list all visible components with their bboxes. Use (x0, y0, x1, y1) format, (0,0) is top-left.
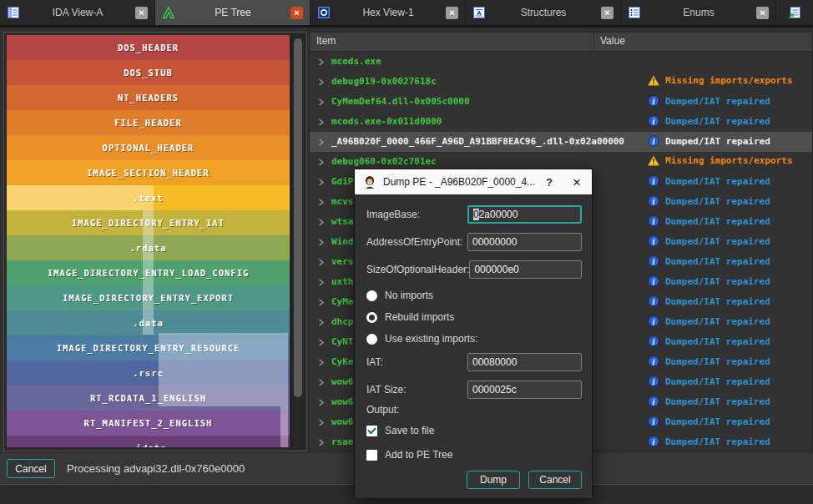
value-text: Dumped/IAT repaired (665, 96, 770, 107)
column-header-item[interactable]: Item (316, 35, 336, 47)
pe-map-band--rsrc[interactable]: .rsrc (7, 360, 290, 386)
cancel-button[interactable]: Cancel (528, 471, 582, 489)
tab-close-icon[interactable]: × (135, 7, 148, 19)
save-to-file-checkbox[interactable] (366, 426, 377, 436)
pe-map-band--data[interactable]: .data (7, 310, 290, 335)
chevron-right-icon[interactable] (318, 419, 325, 426)
pe-map-band-nt-headers[interactable]: NT_HEADERS (7, 85, 290, 110)
checkbox-label: Save to file (385, 425, 434, 436)
tree-item-label: Wind (331, 236, 354, 247)
value-cell: iDumped/IAT repaired (648, 315, 770, 327)
svg-text:i: i (653, 337, 655, 346)
value-cell: iDumped/IAT repaired (648, 175, 770, 187)
pe-map-band-file-header[interactable]: FILE_HEADER (7, 110, 290, 135)
pe-map-band-image-directory-entry-load-config[interactable]: IMAGE_DIRECTORY_ENTRY_LOAD_CONFIG (7, 260, 290, 285)
field-value: 2a00000 (479, 209, 518, 220)
pe-map-band-image-section-header[interactable]: IMAGE_SECTION_HEADER (7, 160, 290, 185)
sizeofoptionalheader-input[interactable]: 000000e0 (469, 260, 582, 279)
use-existing-imports-radio[interactable] (366, 334, 377, 345)
pe-map-band-image-directory-entry-export[interactable]: IMAGE_DIRECTORY_ENTRY_EXPORT (7, 285, 290, 310)
pe-map-band--text[interactable]: .text (7, 185, 290, 210)
chevron-right-icon[interactable] (318, 179, 325, 186)
help-icon[interactable]: ? (546, 176, 553, 189)
chevron-right-icon[interactable] (318, 159, 325, 166)
chevron-right-icon[interactable] (318, 199, 325, 206)
tree-item-label: debug019-0x0027618c (331, 76, 437, 87)
chevron-right-icon[interactable] (318, 118, 325, 126)
field-label: ImageBase: (366, 209, 467, 220)
form-section-output: Output: (366, 402, 580, 417)
add-to-pe-tree-checkbox[interactable] (366, 450, 377, 461)
pe-map-band-dos-header[interactable]: DOS_HEADER (7, 35, 290, 60)
svg-text:i: i (653, 97, 655, 106)
pe-map-band-dos-stub[interactable]: DOS_STUB (7, 60, 290, 85)
cancel-processing-button[interactable]: Cancel (7, 459, 55, 478)
tree-row[interactable]: mcods.exe (310, 52, 812, 72)
iat-input[interactable]: 00080000 (467, 353, 582, 371)
form-row-iat-size: IAT Size:0000025c (366, 380, 582, 400)
iat-size-input[interactable]: 0000025c (467, 381, 582, 399)
tab-close-icon[interactable]: × (756, 7, 769, 19)
chevron-right-icon[interactable] (318, 219, 325, 226)
pe-map-band--idata[interactable]: .idata (7, 436, 290, 447)
info-icon: i (648, 355, 659, 367)
rebuild-imports-radio[interactable] (366, 312, 377, 323)
chevron-right-icon[interactable] (318, 339, 325, 346)
tab-close-icon[interactable]: × (601, 7, 614, 19)
chevron-right-icon[interactable] (318, 439, 325, 446)
pe-map-band-rt-manifest-2-english[interactable]: RT_MANIFEST_2_ENGLISH (7, 411, 290, 436)
svg-text:i: i (653, 177, 655, 186)
dump-button[interactable]: Dump (467, 471, 520, 489)
tree-row[interactable]: CyMemDef64.dll-0x005c0000iDumped/IAT rep… (310, 92, 812, 112)
tab-partial[interactable] (776, 0, 813, 25)
no-imports-radio[interactable] (366, 290, 377, 301)
imagebase-input[interactable]: 02a00000 (467, 205, 582, 224)
tab-close-icon[interactable]: × (446, 7, 458, 19)
addressofentrypoint-input[interactable]: 00000000 (467, 233, 582, 251)
chevron-right-icon[interactable] (318, 399, 325, 406)
field-label: AddressOfEntryPoint: (366, 236, 467, 248)
tree-item-label: mcods.exe-0x011d0000 (331, 116, 442, 127)
chevron-right-icon[interactable] (318, 239, 325, 246)
chevron-right-icon[interactable] (318, 58, 325, 66)
chevron-right-icon[interactable] (318, 78, 325, 86)
pe-map-band-optional-header[interactable]: OPTIONAL_HEADER (7, 135, 290, 160)
tab-hex-view-1[interactable]: Hex View-1× (311, 0, 466, 25)
chevron-right-icon[interactable] (318, 359, 325, 366)
scrollbar-thumb[interactable] (294, 38, 302, 397)
value-cell: iDumped/IAT repaired (648, 275, 770, 287)
value-text: Dumped/IAT repaired (665, 256, 770, 267)
chevron-right-icon[interactable] (318, 279, 325, 286)
close-icon[interactable]: × (573, 175, 581, 189)
field-value: 00080000 (472, 356, 517, 368)
pe-map-band--rdata[interactable]: .rdata (7, 235, 290, 260)
pe-map-band-image-directory-entry-iat[interactable]: IMAGE_DIRECTORY_ENTRY_IAT (7, 210, 290, 235)
tree-item-label: mcvs (331, 196, 354, 207)
chevron-right-icon[interactable] (318, 379, 325, 386)
pe-map-band-label: .data (133, 318, 164, 328)
chevron-right-icon[interactable] (318, 259, 325, 266)
tab-pe-tree[interactable]: PE Tree× (155, 0, 311, 25)
tab-ida-view-a[interactable]: IDA View-A× (0, 0, 155, 25)
pe-map-band-image-directory-entry-resource[interactable]: IMAGE_DIRECTORY_ENTRY_RESOURCE (7, 335, 290, 360)
dialog-form: ImageBase:02a00000AddressOfEntryPoint:00… (355, 204, 592, 463)
tree-row[interactable]: mcods.exe-0x011d0000iDumped/IAT repaired (310, 112, 812, 132)
chevron-right-icon[interactable] (318, 98, 325, 106)
tree-row[interactable]: _A96B020F_0000_466F_A96D_A91BBF8EAC96_.d… (310, 132, 812, 152)
dialog-titlebar[interactable]: Dump PE - _A96B020F_0000_4... ? × (355, 169, 592, 194)
svg-text:i: i (653, 297, 655, 306)
tree-item-label: dhcp (331, 316, 354, 327)
tab-close-icon[interactable]: × (290, 7, 303, 19)
tab-structures[interactable]: AStructures× (466, 0, 621, 25)
tree-row[interactable]: debug019-0x0027618cMissing imports/expor… (310, 72, 812, 92)
chevron-right-icon[interactable] (318, 299, 325, 306)
pe-map-band-rt-rcdata-1-english[interactable]: RT_RCDATA_1_ENGLISH (7, 386, 290, 411)
field-value: 0000025c (472, 384, 517, 396)
tab-enums[interactable]: Enums× (621, 0, 776, 25)
pe-tree-icon (162, 6, 175, 19)
tree-item-label: CyKe (331, 356, 354, 367)
pe-map-scrollbar[interactable] (290, 33, 306, 450)
chevron-right-icon[interactable] (318, 319, 325, 326)
chevron-right-icon[interactable] (318, 139, 325, 146)
column-header-value[interactable]: Value (600, 35, 625, 47)
